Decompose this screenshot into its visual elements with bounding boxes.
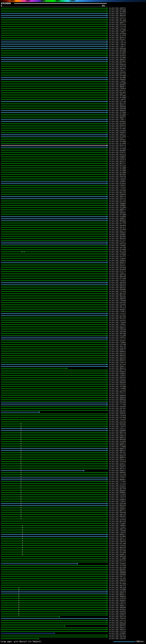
hit-row[interactable]: UniRef100_Q7PL48: [0, 100, 146, 102]
hit-label[interactable]: UniRef100_Q8RTM3: [109, 14, 126, 16]
hit-label[interactable]: UniRef100_A6N3M3: [109, 382, 126, 384]
hit-row[interactable]: ▲UniRef100_B0CY12: [0, 510, 146, 512]
hit-row[interactable]: UniRef100_B2Y125: [0, 126, 146, 128]
hit-row[interactable]: UniRef100_B5BGH0: [0, 48, 146, 49]
hit-row[interactable]: UniRef100_B2W4E6: [0, 380, 146, 382]
hit-label[interactable]: UniRef100_C5FM77: [109, 477, 126, 479]
hit-row[interactable]: ▲UniRef100_B8N9M3: [0, 472, 146, 473]
hit-label[interactable]: UniRef100_B9AMM9: [109, 430, 126, 431]
hit-row[interactable]: ▲UniRef100_B0E8L1: [0, 594, 146, 596]
hit-row[interactable]: UniRef100_B6S3F4: [0, 391, 146, 393]
hit-label[interactable]: UniRef100_Q00V92: [109, 298, 126, 300]
hit-row[interactable]: UniRef100_Q61QB1: [0, 60, 146, 62]
hit-row[interactable]: UniRef100_C5DEW6: [0, 300, 146, 302]
hit-row[interactable]: UniRef100_A9SNW1: [0, 234, 146, 236]
hit-label[interactable]: UniRef100_A7EYW0: [109, 334, 126, 336]
hit-row[interactable]: UniRef100_A7TZ37: [0, 240, 146, 241]
hit-row[interactable]: UniRef100_P47962: [0, 128, 146, 130]
hit-row[interactable]: UniRef100_C1BLC4: [0, 40, 146, 42]
hit-label[interactable]: UniRef100_A4H5R3: [109, 610, 126, 612]
hit-label[interactable]: UniRef100_UP1000...: [109, 170, 129, 172]
hit-row[interactable]: UniRef100_UP1000...: [0, 112, 146, 113]
hit-row[interactable]: UniRef100_C6KSS5: [0, 638, 146, 640]
hit-label[interactable]: UniRef100_C4V7K4: [109, 630, 126, 632]
hit-label[interactable]: UniRef100_Q8WVX2: [109, 58, 126, 60]
hit-row[interactable]: UniRef100_C5MGA1: [0, 324, 146, 325]
hit-label[interactable]: UniRef100_A4D9T3: [109, 466, 126, 468]
hit-label[interactable]: UniRef100_B0CY12: [109, 510, 126, 512]
hit-label[interactable]: UniRef100_UP1000...: [109, 221, 129, 223]
hit-label[interactable]: UniRef100_Q722C0: [109, 35, 126, 36]
hit-label[interactable]: UniRef100_UP1000...: [109, 75, 129, 77]
hit-label[interactable]: UniRef100_B4AF77: [109, 137, 126, 139]
hit-label[interactable]: UniRef100_Q58GW5: [109, 71, 126, 73]
hit-label[interactable]: UniRef100_Q8TFY0: [109, 369, 126, 371]
hit-row[interactable]: UniRef100_C5YEU2: [0, 186, 146, 188]
hit-row[interactable]: UniRef100_Q38HU5: [0, 232, 146, 234]
hit-row[interactable]: UniRef100_B9WK63: [0, 351, 146, 353]
hit-label[interactable]: UniRef100_Q5CFW0: [109, 550, 126, 552]
hit-label[interactable]: UniRef100_Q9XWM5: [109, 115, 126, 117]
hit-row[interactable]: UniRef100_A8HP55: [0, 7, 146, 9]
hit-row[interactable]: UniRef100_Q4S3X4: [0, 198, 146, 199]
hit-row[interactable]: UniRef100_A2F2H8: [0, 565, 146, 566]
hit-row[interactable]: UniRef100_Q9NPH6: [0, 106, 146, 108]
hit-label[interactable]: UniRef100_Q5KJU2: [109, 353, 126, 354]
hit-row[interactable]: UniRef100_C1BF77: [0, 46, 146, 48]
hit-row[interactable]: UniRef100_C9B7M3: [0, 618, 146, 620]
hit-row[interactable]: UniRef100_Q02GY1: [0, 161, 146, 163]
hit-row[interactable]: UniRef100_C8RT62: [0, 413, 146, 415]
hit-label[interactable]: UniRef100_B6QGY5: [109, 455, 126, 457]
hit-label[interactable]: UniRef100_A2DQK9: [109, 563, 126, 565]
hit-label[interactable]: UniRef100_UP1000...: [109, 248, 129, 250]
hit-row[interactable]: UniRef100_B9Q4X7: [0, 627, 146, 629]
hit-label[interactable]: UniRef100_C1GZ14: [109, 517, 126, 519]
hit-label[interactable]: UniRef100_Q86KY3: [109, 592, 126, 594]
hit-label[interactable]: UniRef100_C4JYV4: [109, 482, 126, 484]
hit-row[interactable]: UniRef100_UP1000...: [0, 386, 146, 388]
hit-row[interactable]: UniRef100_UP1000...: [0, 214, 146, 216]
hit-label[interactable]: UniRef100_Q02GY1: [109, 161, 126, 163]
hit-label[interactable]: UniRef100_B8MVP5: [109, 457, 126, 459]
hit-row[interactable]: ▲UniRef100_C7YZK2: [0, 481, 146, 482]
hit-row[interactable]: ▲UniRef100_A0E3E8: [0, 587, 146, 588]
hit-label[interactable]: UniRef100_Q4C4G1: [109, 410, 126, 411]
hit-label[interactable]: UniRef100_C6TLH4: [109, 199, 126, 201]
hit-label[interactable]: UniRef100_B2B8X2: [109, 371, 126, 373]
hit-label[interactable]: UniRef100_B5Y5S8: [109, 18, 126, 20]
hit-label[interactable]: UniRef100_A6P8Z9: [109, 283, 126, 285]
hit-label[interactable]: UniRef100_UP1000...: [109, 51, 129, 53]
hit-row[interactable]: UniRef100_A2EC17: [0, 576, 146, 578]
hit-label[interactable]: UniRef100_Q4WET8: [109, 435, 126, 437]
hit-label[interactable]: UniRef100_UP1000...: [109, 228, 129, 230]
hit-row[interactable]: UniRef100_A2QRE4: [0, 373, 146, 375]
hit-label[interactable]: UniRef100_UP1000...: [109, 168, 129, 170]
hit-label[interactable]: UniRef100_C5DEW6: [109, 300, 126, 302]
hit-row[interactable]: UniRef100_A7E1W0: [0, 344, 146, 346]
hit-row[interactable]: UniRef100_B3L8F2: [0, 634, 146, 636]
hit-row[interactable]: UniRef100_A69N44: [0, 260, 146, 261]
hit-label[interactable]: UniRef100_C0S3U9: [109, 495, 126, 497]
hit-label[interactable]: UniRef100_C1BEQ7: [109, 80, 126, 82]
hit-label[interactable]: UniRef100_Q0QN71: [109, 86, 126, 88]
hit-row[interactable]: UniRef100_Q5BEL7: [0, 366, 146, 367]
hit-label[interactable]: UniRef100_B6TH69: [109, 174, 126, 176]
hit-label[interactable]: UniRef100_B3L8F2: [109, 634, 126, 636]
hit-row[interactable]: UniRef100_UP1000...: [0, 166, 146, 168]
hit-label[interactable]: UniRef100_C6G285: [109, 424, 126, 426]
hit-label[interactable]: UniRef100_Q4S138: [109, 73, 126, 75]
hit-label[interactable]: UniRef100_A6R5T8: [109, 528, 126, 530]
hit-label[interactable]: UniRef100_C5JNB7: [109, 523, 126, 524]
hit-row[interactable]: ▲UniRef100_B0D3N4: [0, 516, 146, 517]
hit-label[interactable]: UniRef100_Q55PK0: [109, 519, 126, 521]
hit-label[interactable]: UniRef100_A1CCH6: [109, 473, 126, 475]
hit-label[interactable]: UniRef100_C1E4X6: [109, 290, 126, 292]
hit-row[interactable]: UniRef100_B6Z7R7: [0, 294, 146, 296]
hit-label[interactable]: UniRef100_B9N646: [109, 395, 126, 396]
hit-row[interactable]: ▲UniRef100_A41B88: [0, 440, 146, 442]
hit-label[interactable]: UniRef100_Q86A46: [109, 570, 126, 572]
hit-row[interactable]: UniRef100_B9SFU0: [0, 243, 146, 245]
hit-row[interactable]: UniRef100_Q5E640: [0, 331, 146, 332]
hit-label[interactable]: UniRef100_C5K0A8: [109, 530, 126, 532]
hit-label[interactable]: UniRef100_C1G829: [109, 494, 126, 495]
